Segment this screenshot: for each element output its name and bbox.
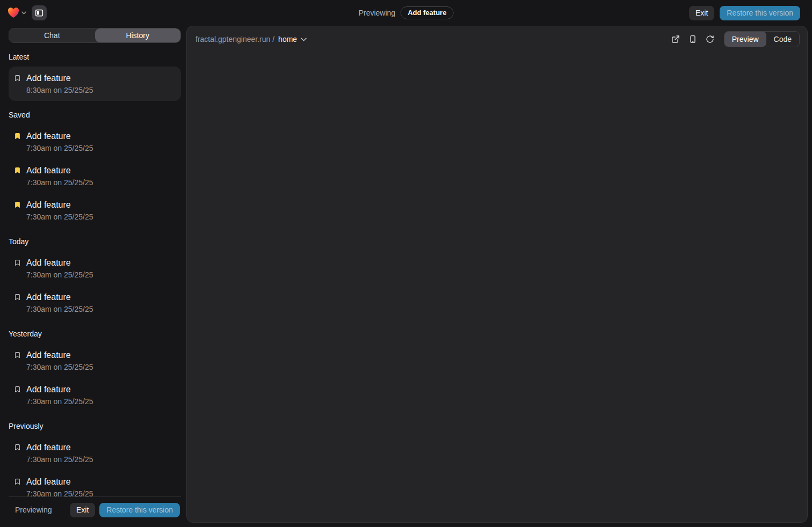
- history-item-time: 8:30am on 25/25/25: [26, 86, 93, 94]
- history-item-title: Add feature: [26, 200, 93, 210]
- url-page: home: [278, 35, 297, 43]
- history-item-time: 7:30am on 25/25/25: [26, 456, 93, 464]
- bookmark-saved-icon: [14, 132, 21, 140]
- history-item-title: Add feature: [26, 165, 93, 175]
- bookmark-saved-icon: [14, 166, 21, 174]
- history-item-time: 7:30am on 25/25/25: [26, 398, 93, 406]
- footer-previewing-label: Previewing: [15, 506, 52, 514]
- history-item-title: Add feature: [26, 442, 93, 452]
- mobile-view-button[interactable]: [686, 33, 699, 46]
- preview-panel: fractal.gptengineer.run / home: [186, 26, 808, 523]
- history-item-title: Add feature: [26, 73, 93, 83]
- history-item-time: 7:30am on 25/25/25: [26, 490, 93, 496]
- sidebar-panel-toggle-icon: [34, 8, 44, 18]
- topbar: Previewing Add feature Exit Restore this…: [0, 0, 812, 26]
- version-badge: Add feature: [401, 6, 453, 19]
- sidebar-footer: Previewing Exit Restore this version: [9, 496, 181, 523]
- url-prefix: fractal.gptengineer.run /: [195, 35, 274, 43]
- restore-version-button[interactable]: Restore this version: [720, 6, 800, 20]
- refresh-button[interactable]: [704, 33, 716, 46]
- sidebar-toggle-button[interactable]: [32, 5, 47, 20]
- history-section-title: Saved: [9, 111, 181, 119]
- tab-history[interactable]: History: [95, 28, 181, 42]
- previewing-label: Previewing: [359, 9, 395, 17]
- exit-button[interactable]: Exit: [689, 6, 714, 20]
- history-item-time: 7:30am on 25/25/25: [26, 144, 93, 152]
- preview-toolbar: fractal.gptengineer.run / home: [187, 26, 807, 52]
- tab-chat[interactable]: Chat: [9, 28, 95, 42]
- history-item-time: 7:30am on 25/25/25: [26, 271, 93, 279]
- history-item[interactable]: Add feature7:30am on 25/25/25: [9, 193, 181, 228]
- content-area: Chat History LatestAdd feature8:30am on …: [0, 26, 812, 527]
- history-item-title: Add feature: [26, 258, 93, 268]
- open-in-new-tab-button[interactable]: [669, 33, 682, 46]
- bookmark-icon: [14, 259, 21, 267]
- bookmark-icon: [14, 293, 21, 301]
- bookmark-icon: [14, 351, 21, 359]
- bookmark-icon: [14, 478, 21, 486]
- history-item[interactable]: Add feature7:30am on 25/25/25: [9, 286, 181, 320]
- chevron-down-icon: [21, 11, 26, 14]
- preview-content: [187, 52, 807, 522]
- history-item[interactable]: Add feature7:30am on 25/25/25: [9, 378, 181, 412]
- footer-restore-button[interactable]: Restore this version: [99, 503, 180, 517]
- history-item-time: 7:30am on 25/25/25: [26, 363, 93, 371]
- preview-url-selector[interactable]: fractal.gptengineer.run / home: [195, 35, 307, 43]
- history-sidebar: Chat History LatestAdd feature8:30am on …: [0, 26, 186, 523]
- bookmark-icon: [14, 385, 21, 393]
- mobile-view-icon: [688, 35, 697, 43]
- history-item-time: 7:30am on 25/25/25: [26, 179, 93, 187]
- tab-preview[interactable]: Preview: [724, 32, 766, 47]
- history-item-title: Add feature: [26, 477, 93, 487]
- history-item[interactable]: Add feature7:30am on 25/25/25: [9, 159, 181, 193]
- refresh-icon: [706, 35, 714, 43]
- history-item-title: Add feature: [26, 384, 93, 394]
- history-section-title: Previously: [9, 422, 181, 430]
- history-item[interactable]: Add feature7:30am on 25/25/25: [9, 436, 181, 470]
- history-item-time: 7:30am on 25/25/25: [26, 213, 93, 221]
- history-item[interactable]: Add feature7:30am on 25/25/25: [9, 125, 181, 159]
- bookmark-icon: [14, 443, 21, 451]
- preview-code-toggle: Preview Code: [724, 31, 800, 47]
- history-item-title: Add feature: [26, 292, 93, 302]
- history-item[interactable]: Add feature7:30am on 25/25/25: [9, 343, 181, 378]
- bookmark-icon: [14, 74, 21, 82]
- history-list: LatestAdd feature8:30am on 25/25/25Saved…: [9, 43, 181, 496]
- sidebar-tabs: Chat History: [9, 28, 181, 43]
- history-item-title: Add feature: [26, 131, 93, 141]
- history-item-time: 7:30am on 25/25/25: [26, 305, 93, 313]
- open-in-new-tab-icon: [671, 35, 680, 43]
- history-item[interactable]: Add feature8:30am on 25/25/25: [9, 67, 181, 101]
- bookmark-saved-icon: [14, 201, 21, 209]
- chevron-down-icon: [301, 38, 307, 41]
- tab-code[interactable]: Code: [766, 32, 799, 47]
- history-section-title: Yesterday: [9, 330, 181, 338]
- history-item-title: Add feature: [26, 350, 93, 360]
- footer-exit-button[interactable]: Exit: [70, 503, 95, 517]
- app-logo-menu[interactable]: [6, 6, 27, 19]
- history-item[interactable]: Add feature7:30am on 25/25/25: [9, 251, 181, 286]
- history-section-title: Today: [9, 237, 181, 246]
- history-item[interactable]: Add feature7:30am on 25/25/25: [9, 470, 181, 496]
- history-section-title: Latest: [9, 53, 181, 61]
- lovable-heart-logo-icon: [8, 8, 19, 18]
